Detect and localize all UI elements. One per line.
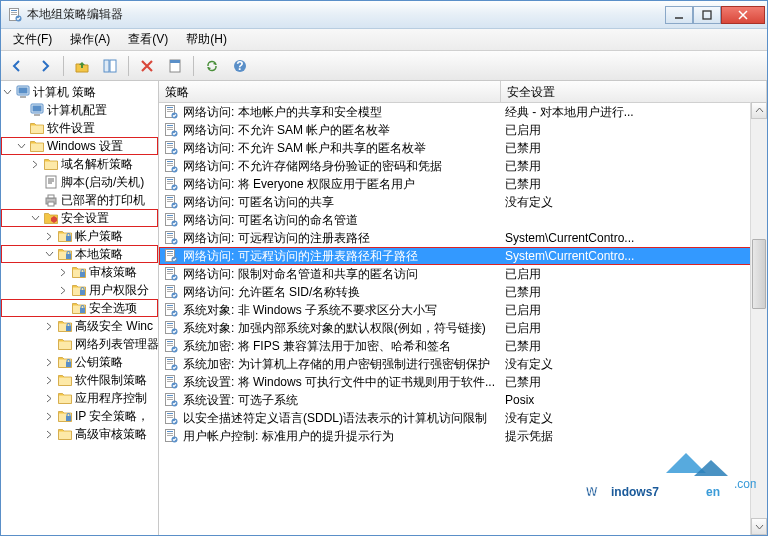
policy-name: 网络访问: 可远程访问的注册表路径和子路径 bbox=[183, 248, 418, 265]
folder-icon bbox=[57, 336, 73, 352]
svg-rect-17 bbox=[110, 60, 116, 72]
tree-item[interactable]: 公钥策略 bbox=[1, 353, 158, 371]
list-row[interactable]: 系统设置: 可选子系统Posix bbox=[159, 391, 767, 409]
column-policy[interactable]: 策略 bbox=[159, 81, 501, 102]
list-row[interactable]: 网络访问: 可远程访问的注册表路径和子路径System\CurrentContr… bbox=[159, 247, 767, 265]
list-row[interactable]: 系统设置: 将 Windows 可执行文件中的证书规则用于软件...已禁用 bbox=[159, 373, 767, 391]
expand-icon[interactable] bbox=[57, 284, 69, 296]
security-setting: 已禁用 bbox=[501, 158, 767, 175]
folder-icon bbox=[57, 390, 73, 406]
tree-panel[interactable]: 计算机 策略计算机配置软件设置Windows 设置域名解析策略脚本(启动/关机)… bbox=[1, 81, 159, 535]
tree-item[interactable]: 域名解析策略 bbox=[1, 155, 158, 173]
close-button[interactable] bbox=[721, 6, 765, 24]
refresh-button[interactable] bbox=[200, 54, 224, 78]
column-security[interactable]: 安全设置 bbox=[501, 81, 767, 102]
list-row[interactable]: 网络访问: 可匿名访问的共享没有定义 bbox=[159, 193, 767, 211]
list-row[interactable]: 系统加密: 为计算机上存储的用户密钥强制进行强密钥保护没有定义 bbox=[159, 355, 767, 373]
collapse-icon[interactable] bbox=[29, 212, 41, 224]
expand-icon[interactable] bbox=[43, 410, 55, 422]
list-row[interactable]: 网络访问: 不允许 SAM 帐户的匿名枚举已启用 bbox=[159, 121, 767, 139]
tree-item[interactable]: 帐户策略 bbox=[1, 227, 158, 245]
tree-item[interactable]: 网络列表管理器 bbox=[1, 335, 158, 353]
tree-label: 用户权限分 bbox=[89, 282, 149, 299]
tree-item[interactable]: 脚本(启动/关机) bbox=[1, 173, 158, 191]
expand-icon[interactable] bbox=[43, 356, 55, 368]
expand-icon[interactable] bbox=[57, 266, 69, 278]
collapse-icon[interactable] bbox=[43, 248, 55, 260]
up-button[interactable] bbox=[70, 54, 94, 78]
tree-item[interactable]: 软件设置 bbox=[1, 119, 158, 137]
tree-item[interactable]: 安全选项 bbox=[1, 299, 158, 317]
policy-name: 以安全描述符定义语言(SDDL)语法表示的计算机访问限制 bbox=[183, 410, 487, 427]
list-row[interactable]: 网络访问: 允许匿名 SID/名称转换已禁用 bbox=[159, 283, 767, 301]
tree-label: 安全设置 bbox=[61, 210, 109, 227]
list-row[interactable]: 系统对象: 加强内部系统对象的默认权限(例如，符号链接)已启用 bbox=[159, 319, 767, 337]
list-body[interactable]: 网络访问: 本地帐户的共享和安全模型经典 - 对本地用户进行...网络访问: 不… bbox=[159, 103, 767, 535]
tree-item[interactable]: 计算机配置 bbox=[1, 101, 158, 119]
menu-file[interactable]: 文件(F) bbox=[5, 29, 60, 50]
tree-item[interactable]: 软件限制策略 bbox=[1, 371, 158, 389]
expand-icon[interactable] bbox=[43, 230, 55, 242]
tree-item[interactable]: 安全设置 bbox=[1, 209, 158, 227]
scroll-down-button[interactable] bbox=[751, 518, 767, 535]
tree-item[interactable]: 本地策略 bbox=[1, 245, 158, 263]
scroll-thumb[interactable] bbox=[752, 239, 766, 309]
expand-icon[interactable] bbox=[29, 158, 41, 170]
list-row[interactable]: 系统对象: 非 Windows 子系统不要求区分大小写已启用 bbox=[159, 301, 767, 319]
scroll-up-button[interactable] bbox=[751, 102, 767, 119]
tree-item[interactable]: 已部署的打印机 bbox=[1, 191, 158, 209]
policy-icon bbox=[163, 392, 179, 408]
tree-item[interactable]: 高级审核策略 bbox=[1, 425, 158, 443]
expand-icon[interactable] bbox=[43, 320, 55, 332]
forward-button[interactable] bbox=[33, 54, 57, 78]
list-row[interactable]: 网络访问: 可匿名访问的命名管道 bbox=[159, 211, 767, 229]
list-row[interactable]: 用户帐户控制: 标准用户的提升提示行为提示凭据 bbox=[159, 427, 767, 445]
policy-icon bbox=[163, 158, 179, 174]
expand-icon[interactable] bbox=[43, 392, 55, 404]
tree-label: 安全选项 bbox=[89, 300, 137, 317]
scrollbar[interactable] bbox=[750, 102, 767, 535]
list-row[interactable]: 网络访问: 可远程访问的注册表路径System\CurrentContro... bbox=[159, 229, 767, 247]
showhide-button[interactable] bbox=[98, 54, 122, 78]
tree-item[interactable]: 用户权限分 bbox=[1, 281, 158, 299]
back-button[interactable] bbox=[5, 54, 29, 78]
help-button[interactable] bbox=[228, 54, 252, 78]
policy-name: 系统设置: 将 Windows 可执行文件中的证书规则用于软件... bbox=[183, 374, 495, 391]
minimize-button[interactable] bbox=[665, 6, 693, 24]
twisty-none bbox=[15, 122, 27, 134]
collapse-icon[interactable] bbox=[1, 86, 13, 98]
list-row[interactable]: 网络访问: 限制对命名管道和共享的匿名访问已启用 bbox=[159, 265, 767, 283]
tree-item[interactable]: 应用程序控制 bbox=[1, 389, 158, 407]
list-row[interactable]: 网络访问: 不允许 SAM 帐户和共享的匿名枚举已禁用 bbox=[159, 139, 767, 157]
collapse-icon[interactable] bbox=[15, 140, 27, 152]
list-row[interactable]: 网络访问: 将 Everyone 权限应用于匿名用户已禁用 bbox=[159, 175, 767, 193]
security-setting: System\CurrentContro... bbox=[501, 231, 767, 245]
folder-lock-icon bbox=[57, 228, 73, 244]
tree-item[interactable]: IP 安全策略， bbox=[1, 407, 158, 425]
properties-button[interactable] bbox=[163, 54, 187, 78]
list-row[interactable]: 网络访问: 本地帐户的共享和安全模型经典 - 对本地用户进行... bbox=[159, 103, 767, 121]
expand-icon[interactable] bbox=[43, 428, 55, 440]
list-row[interactable]: 系统加密: 将 FIPS 兼容算法用于加密、哈希和签名已禁用 bbox=[159, 337, 767, 355]
menu-view[interactable]: 查看(V) bbox=[120, 29, 176, 50]
tree-label: Windows 设置 bbox=[47, 138, 123, 155]
policy-icon bbox=[163, 266, 179, 282]
security-setting: 已启用 bbox=[501, 320, 767, 337]
tree-item[interactable]: Windows 设置 bbox=[1, 137, 158, 155]
expand-icon[interactable] bbox=[43, 374, 55, 386]
menu-help[interactable]: 帮助(H) bbox=[178, 29, 235, 50]
svg-rect-19 bbox=[170, 60, 180, 63]
security-setting: System\CurrentContro... bbox=[501, 249, 767, 263]
list-row[interactable]: 以安全描述符定义语言(SDDL)语法表示的计算机访问限制没有定义 bbox=[159, 409, 767, 427]
delete-button[interactable] bbox=[135, 54, 159, 78]
tree-item[interactable]: 计算机 策略 bbox=[1, 83, 158, 101]
security-setting: 没有定义 bbox=[501, 356, 767, 373]
list-row[interactable]: 网络访问: 不允许存储网络身份验证的密码和凭据已禁用 bbox=[159, 157, 767, 175]
maximize-button[interactable] bbox=[693, 6, 721, 24]
security-setting: 已启用 bbox=[501, 266, 767, 283]
menu-action[interactable]: 操作(A) bbox=[62, 29, 118, 50]
titlebar[interactable]: 本地组策略编辑器 bbox=[1, 1, 767, 29]
tree-item[interactable]: 审核策略 bbox=[1, 263, 158, 281]
tree-label: 软件设置 bbox=[47, 120, 95, 137]
tree-item[interactable]: 高级安全 Winc bbox=[1, 317, 158, 335]
